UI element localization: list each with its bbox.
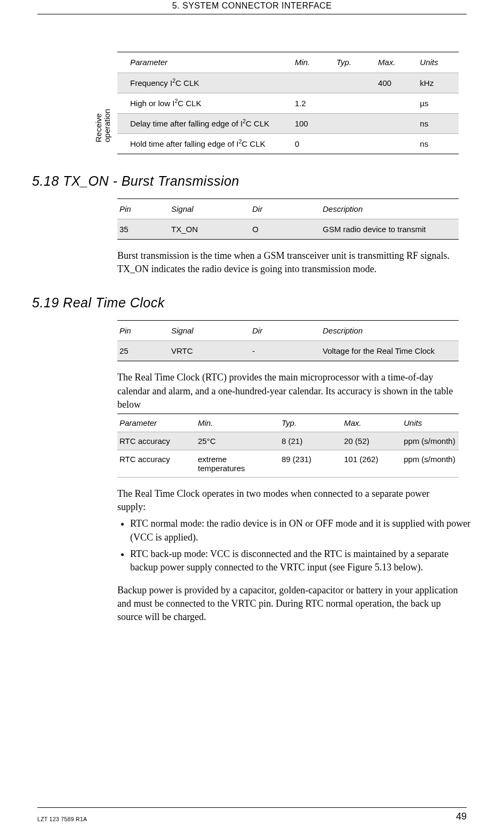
cell-max: 20 (52) [341, 432, 401, 450]
th-pin: Pin [117, 199, 168, 219]
table-row: 25 VRTC - Voltage for the Real Time Cloc… [117, 341, 459, 361]
table-row: Hold time after falling edge of I2C CLK … [117, 134, 459, 154]
cell-max [375, 134, 417, 154]
th-max: Max. [341, 414, 401, 432]
section-518-title: 5.18 TX_ON - Burst Transmission [32, 173, 467, 189]
doc-code: LZT 123 7589 R1A [37, 816, 87, 822]
section-519-paragraph-2: The Real Time Clock operates in two mode… [117, 487, 459, 514]
cell-pin: 35 [117, 219, 168, 240]
vertical-label: Receive operation [94, 108, 111, 142]
cell-max: 400 [375, 73, 417, 93]
th-max: Max. [375, 52, 417, 73]
th-signal: Signal [168, 199, 249, 219]
table-header-row: Pin Signal Dir Description [117, 199, 459, 219]
vertical-label-line2: operation [102, 108, 111, 142]
cell-min [292, 73, 333, 93]
cell-units: ns [417, 134, 459, 154]
th-min: Min. [292, 52, 333, 73]
section-519-paragraph-1: The Real Time Clock (RTC) provides the m… [117, 371, 459, 411]
cell-desc: Voltage for the Real Time Clock [319, 341, 459, 361]
table-row: RTC accuracy extreme temperatures 89 (23… [117, 450, 459, 477]
cell-units: ppm (s/month) [401, 450, 459, 477]
cell-param: Hold time after falling edge of I2C CLK [117, 134, 292, 154]
th-min: Min. [195, 414, 278, 432]
cell-min: 1.2 [292, 93, 333, 114]
cell-max [375, 114, 417, 134]
th-pin: Pin [117, 321, 168, 341]
table-header-row: Parameter Min. Typ. Max. Units [117, 52, 459, 73]
cell-units: kHz [417, 73, 459, 93]
cell-typ [333, 73, 375, 93]
cell-desc: GSM radio device to transmit [319, 219, 459, 240]
cell-units: ppm (s/month) [401, 432, 459, 450]
cell-units: ns [417, 114, 459, 134]
cell-units: µs [417, 93, 459, 114]
th-desc: Description [319, 199, 459, 219]
table-row: High or low I2C CLK 1.2 µs [117, 93, 459, 114]
cell-typ [333, 114, 375, 134]
cell-param: RTC accuracy [117, 432, 195, 450]
th-typ: Typ. [278, 414, 341, 432]
table-header-row: Parameter Min. Typ. Max. Units [117, 414, 459, 432]
cell-min: extreme temperatures [195, 450, 278, 477]
th-dir: Dir [249, 321, 319, 341]
table-row: Frequency I2C CLK 400 kHz [117, 73, 459, 93]
cell-dir: O [249, 219, 319, 240]
rtc-modes-list: RTC normal mode: the radio device is in … [117, 517, 471, 574]
cell-param: Frequency I2C CLK [117, 73, 292, 93]
cell-min: 100 [292, 114, 333, 134]
vrtc-pin-table: Pin Signal Dir Description 25 VRTC - Vol… [117, 320, 459, 361]
table-row: Delay time after falling edge of I2C CLK… [117, 114, 459, 134]
table-row: 35 TX_ON O GSM radio device to transmit [117, 219, 459, 240]
th-dir: Dir [249, 199, 319, 219]
th-desc: Description [319, 321, 459, 341]
receive-op-table: Parameter Min. Typ. Max. Units Frequency… [117, 52, 459, 154]
cell-typ: 89 (231) [278, 450, 341, 477]
cell-pin: 25 [117, 341, 168, 361]
cell-signal: VRTC [168, 341, 249, 361]
cell-signal: TX_ON [168, 219, 249, 240]
vertical-label-line1: Receive [94, 113, 103, 142]
txon-pin-table: Pin Signal Dir Description 35 TX_ON O GS… [117, 198, 459, 240]
th-param: Parameter [117, 414, 195, 432]
section-519-paragraph-3: Backup power is provided by a capacitor,… [117, 584, 459, 624]
page-number: 49 [456, 811, 467, 822]
list-item: RTC normal mode: the radio device is in … [130, 517, 471, 544]
receive-op-table-wrap: Receive operation Parameter Min. Typ. Ma… [117, 52, 467, 154]
th-units: Units [401, 414, 459, 432]
section-519-title: 5.19 Real Time Clock [32, 295, 467, 311]
table-row: RTC accuracy 25°C 8 (21) 20 (52) ppm (s/… [117, 432, 459, 450]
page-footer: LZT 123 7589 R1A 49 [37, 807, 467, 822]
cell-param: High or low I2C CLK [117, 93, 292, 114]
th-units: Units [417, 52, 459, 73]
th-parameter: Parameter [117, 52, 292, 73]
cell-typ [333, 134, 375, 154]
table-header-row: Pin Signal Dir Description [117, 321, 459, 341]
cell-min: 25°C [195, 432, 278, 450]
cell-max [375, 93, 417, 114]
running-header: 5. SYSTEM CONNECTOR INTERFACE [37, 0, 467, 14]
cell-typ [333, 93, 375, 114]
cell-param: RTC accuracy [117, 450, 195, 477]
th-typ: Typ. [333, 52, 375, 73]
cell-param: Delay time after falling edge of I2C CLK [117, 114, 292, 134]
list-item: RTC back-up mode: VCC is disconnected an… [130, 547, 471, 574]
content-area: Receive operation Parameter Min. Typ. Ma… [0, 14, 504, 624]
cell-dir: - [249, 341, 319, 361]
cell-typ: 8 (21) [278, 432, 341, 450]
section-518-paragraph: Burst transmission is the time when a GS… [117, 249, 459, 276]
th-signal: Signal [168, 321, 249, 341]
rtc-accuracy-table: Parameter Min. Typ. Max. Units RTC accur… [117, 414, 459, 478]
cell-min: 0 [292, 134, 333, 154]
page: 5. SYSTEM CONNECTOR INTERFACE Receive op… [0, 0, 504, 834]
cell-max: 101 (262) [341, 450, 401, 477]
